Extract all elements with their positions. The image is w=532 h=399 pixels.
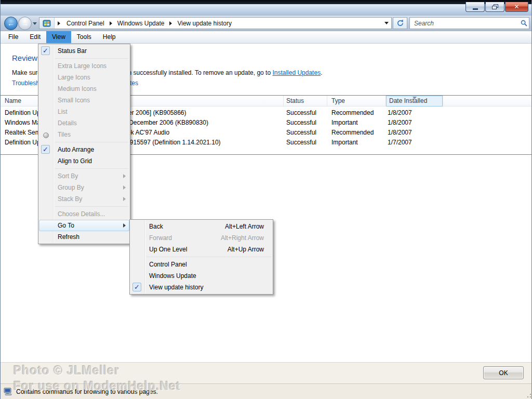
cell-date-installed: 1/8/2007 [388, 128, 412, 138]
view-menu-item-label: Choose Details... [58, 210, 105, 218]
close-icon: ✕ [514, 3, 519, 10]
cell-status: Successful [286, 108, 316, 118]
menubar-item-tools[interactable]: Tools [71, 31, 97, 43]
ok-button[interactable]: OK [483, 366, 524, 379]
view-menu-item-align-to-grid[interactable]: Align to Grid [39, 155, 129, 167]
view-menu-separator [55, 168, 128, 169]
view-menu-item-go-to[interactable]: Go To [39, 220, 129, 231]
sort-descending-icon [413, 97, 417, 99]
view-menu-item-label: Status Bar [58, 47, 87, 55]
address-bar[interactable]: Control PanelWindows UpdateView update h… [39, 17, 392, 29]
goto-menu-item-forward: ForwardAlt+Right Arrow [130, 232, 272, 244]
breadcrumb-item-view-update-history[interactable]: View update history [177, 20, 232, 27]
shortcut-label: Alt+Up Arrow [228, 244, 264, 255]
title-bar[interactable] [1, 4, 532, 16]
checkmark-icon: ✓ [134, 283, 140, 291]
checkmark-box: ✓ [132, 283, 141, 291]
resize-grip[interactable] [525, 392, 531, 398]
restore-icon [492, 4, 498, 10]
menubar-item-view[interactable]: View [46, 31, 71, 43]
column-header-type[interactable]: Type [327, 96, 386, 107]
minimize-icon [473, 8, 478, 10]
cell-status: Successful [286, 138, 316, 148]
minimize-button[interactable] [466, 2, 485, 12]
control-panel-icon [43, 19, 51, 28]
submenu-arrow-icon [123, 174, 126, 178]
column-header-label: Status [286, 97, 304, 104]
view-menu-item-label: Group By [58, 184, 84, 191]
view-menu-item-status-bar[interactable]: ✓Status Bar [39, 45, 129, 57]
forward-arrow-icon: → [21, 19, 29, 28]
view-menu-popup: ✓Status BarExtra Large IconsLarge IconsM… [38, 44, 130, 244]
goto-menu-item-back[interactable]: BackAlt+Left Arrow [130, 221, 272, 232]
forward-button[interactable]: → [18, 17, 32, 30]
recent-pages-dropdown-icon[interactable] [33, 22, 37, 25]
breadcrumb-item-windows-update[interactable]: Windows Update [117, 20, 165, 27]
window-controls: ✕ [465, 2, 528, 12]
goto-menu-item-windows-update[interactable]: Windows Update [130, 270, 272, 282]
view-menu-item-medium-icons: Medium Icons [39, 83, 129, 95]
shortcut-label: Alt+Left Arrow [225, 221, 264, 232]
menubar-item-file[interactable]: File [3, 31, 24, 43]
goto-menu-item-up-one-level[interactable]: Up One LevelAlt+Up Arrow [130, 244, 272, 255]
view-menu-item-auto-arrange[interactable]: ✓Auto Arrange [39, 144, 129, 155]
menubar-item-edit[interactable]: Edit [24, 31, 46, 43]
close-button[interactable]: ✕ [505, 2, 528, 12]
view-menu-item-label: Sort By [58, 172, 78, 180]
installed-updates-link[interactable]: Installed Updates [272, 69, 321, 76]
column-header-date-installed[interactable]: Date Installed [386, 96, 443, 107]
column-header-label: Date Installed [389, 97, 427, 104]
column-header-status[interactable]: Status [284, 96, 327, 107]
triangle-down-icon [384, 22, 389, 24]
checkmark-icon: ✓ [43, 46, 48, 55]
maximize-button[interactable] [485, 2, 504, 12]
computer-icon [4, 388, 13, 396]
goto-menu-item-view-update-history[interactable]: ✓View update history [130, 282, 272, 293]
goto-menu-item-control-panel[interactable]: Control Panel [130, 259, 272, 270]
view-menu-item-label: Refresh [58, 233, 79, 241]
cell-status: Successful [286, 128, 316, 138]
view-menu-separator [55, 142, 128, 142]
goto-menu-item-label: Back [149, 223, 163, 230]
view-menu-item-label: Tiles [58, 131, 71, 138]
view-menu-item-label: Auto Arrange [58, 146, 94, 153]
address-icon-button[interactable] [39, 18, 55, 29]
breadcrumb-expand-icon[interactable] [55, 18, 63, 29]
view-menu-item-small-icons: Small Icons [39, 95, 129, 106]
shortcut-label: Alt+Right Arrow [221, 232, 264, 244]
menu-bar: FileEditViewToolsHelp [1, 31, 532, 44]
view-menu-item-sort-by: Sort By [39, 170, 129, 182]
menubar-item-help[interactable]: Help [97, 31, 122, 43]
view-menu-item-group-by: Group By [39, 182, 129, 193]
view-menu-item-large-icons: Large Icons [39, 72, 129, 83]
back-button[interactable]: ← [4, 17, 18, 30]
goto-menu-item-label: Control Panel [149, 261, 187, 268]
goto-menu-item-label: Windows Update [149, 272, 196, 280]
cell-type: Important [331, 118, 358, 128]
view-menu-item-list: List [39, 106, 129, 117]
go-to-submenu-popup: BackAlt+Left ArrowForwardAlt+Right Arrow… [129, 219, 273, 295]
cell-type: Recommended [331, 128, 374, 138]
radio-dot-icon [43, 132, 49, 138]
cell-date-installed: 1/8/2007 [388, 108, 412, 118]
goto-menu-item-label: Up One Level [149, 246, 187, 253]
view-menu-item-label: Extra Large Icons [58, 62, 107, 70]
goto-menu-item-label: View update history [149, 284, 204, 291]
view-menu-item-choose-details: Choose Details... [39, 208, 129, 220]
address-dropdown-icon[interactable] [382, 18, 391, 29]
cell-status: Successful [286, 118, 316, 128]
refresh-icon [396, 19, 404, 27]
ok-button-label: OK [499, 369, 508, 377]
column-header-label: Name [5, 97, 21, 104]
window-top-strip [1, 0, 532, 4]
search-box [409, 17, 529, 29]
submenu-arrow-icon [123, 223, 126, 228]
view-menu-item-refresh[interactable]: Refresh [39, 231, 129, 243]
view-menu-item-details: Details [39, 117, 129, 129]
view-menu-separator [55, 58, 128, 59]
refresh-button[interactable] [393, 17, 407, 29]
checkmark-icon: ✓ [43, 145, 48, 154]
search-icon[interactable] [518, 20, 529, 26]
breadcrumb-item-control-panel[interactable]: Control Panel [66, 20, 105, 27]
search-input[interactable] [410, 20, 518, 27]
